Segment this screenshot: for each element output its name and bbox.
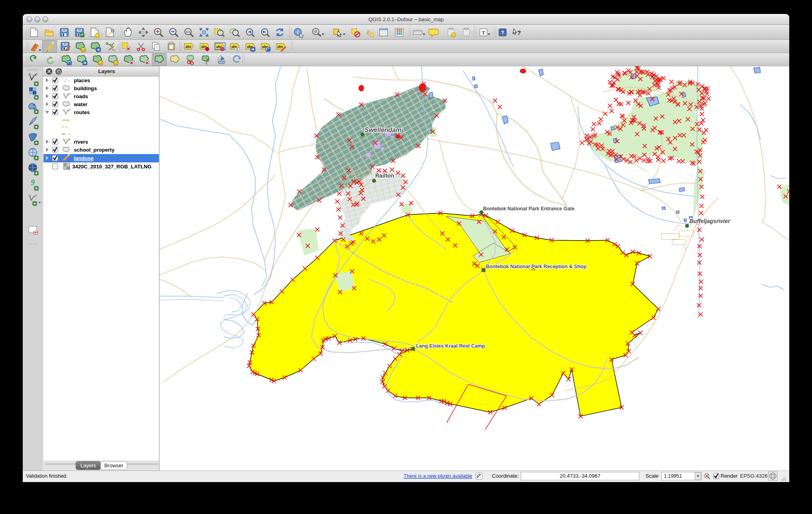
svg-text:Lang Elsies Kraal Rest Camp: Lang Elsies Kraal Rest Camp [416, 343, 485, 349]
svg-text:ε: ε [367, 28, 370, 36]
svg-text:school_property: school_property [74, 147, 115, 153]
svg-text:places: places [74, 77, 90, 83]
svg-text:?: ? [501, 30, 504, 36]
svg-text:abc: abc [277, 45, 283, 49]
svg-text:*: * [100, 61, 101, 65]
svg-text:Layers: Layers [98, 68, 115, 74]
svg-text:T: T [482, 30, 485, 36]
svg-text:*: * [453, 33, 454, 37]
svg-text:abc: abc [185, 45, 192, 49]
svg-text:EPSG:4326: EPSG:4326 [740, 473, 768, 479]
svg-text:Layers: Layers [80, 463, 96, 469]
svg-text:*: * [115, 61, 117, 65]
svg-text:*: * [83, 47, 84, 52]
svg-text:1:1: 1:1 [186, 30, 190, 33]
svg-text:roads: roads [74, 93, 88, 99]
svg-text:Coordinate:: Coordinate: [492, 473, 519, 479]
svg-text:3420C_2010_327_RGB_LATLNG: 3420C_2010_327_RGB_LATLNG [72, 164, 151, 170]
svg-text:water: water [73, 101, 87, 107]
svg-text:*: * [97, 34, 98, 38]
svg-text:Validation finished.: Validation finished. [26, 473, 67, 479]
svg-text:20.4733,-34.0967: 20.4733,-34.0967 [560, 473, 600, 479]
svg-text:landuse: landuse [74, 155, 93, 161]
svg-text:Bontebok National Park Entranc: Bontebok National Park Entrance Gate [483, 206, 574, 212]
svg-text:routes: routes [74, 109, 90, 115]
svg-text:1:19951: 1:19951 [664, 473, 682, 479]
svg-text:Scale: Scale [646, 473, 659, 479]
svg-text:Swellendam: Swellendam [364, 127, 401, 133]
svg-text:9: 9 [31, 178, 35, 187]
svg-text:rivers: rivers [74, 139, 88, 145]
svg-text:Bontebok National Park Recepti: Bontebok National Park Reception & Shop [486, 264, 586, 269]
svg-text:buildings: buildings [74, 85, 97, 91]
svg-text:Railton: Railton [375, 172, 394, 179]
svg-text:?: ? [517, 29, 521, 36]
svg-text:Buffeljagsrivier: Buffeljagsrivier [689, 218, 731, 224]
svg-text:There is a new plugin availabl: There is a new plugin available [404, 473, 472, 479]
svg-text:Render: Render [721, 473, 738, 479]
svg-text:Browser: Browser [104, 463, 123, 469]
